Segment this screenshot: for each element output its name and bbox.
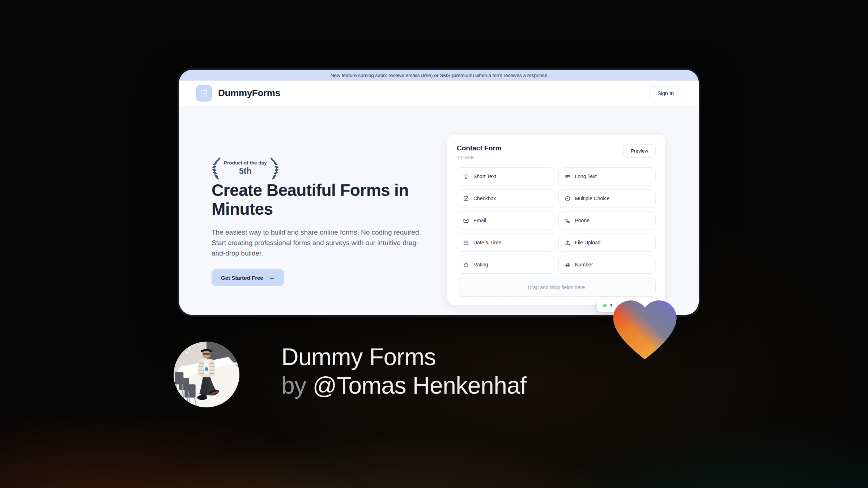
field-tile-multiple-choice[interactable]: Multiple Choice xyxy=(558,189,656,207)
status-dot xyxy=(603,304,607,307)
field-tile-number[interactable]: Number xyxy=(558,256,656,274)
caption-product-name: Dummy Forms xyxy=(281,343,527,371)
short-text-icon xyxy=(463,174,469,180)
caption-byline-prefix: by xyxy=(281,372,306,399)
field-tile-long-text[interactable]: Long Text xyxy=(558,167,656,185)
laurel-right-icon xyxy=(269,157,280,180)
announcement-banner: New feature coming soon: receive emails … xyxy=(179,70,699,81)
form-field-count: 10 fields xyxy=(457,155,502,160)
caption-author-handle: @Tomas Henkenhaf xyxy=(313,372,527,399)
upload-icon xyxy=(565,240,571,246)
field-tile-checkbox[interactable]: Checkbox xyxy=(457,189,554,207)
long-text-icon xyxy=(565,174,571,180)
preview-button[interactable]: Preview xyxy=(623,144,656,158)
star-icon xyxy=(463,262,469,268)
field-tile-date-time[interactable]: Date & Time xyxy=(457,234,554,252)
gradient-heart-icon xyxy=(608,294,681,362)
badge-rank: 5th xyxy=(224,166,267,176)
app-header: DummyForms Sign In xyxy=(179,81,699,106)
field-tile-short-text[interactable]: Short Text xyxy=(457,167,554,185)
app-window: New feature coming soon: receive emails … xyxy=(177,68,701,317)
get-started-button[interactable]: Get Started Free → xyxy=(212,269,284,286)
drag-drop-label: Drag and drop fields here xyxy=(528,284,585,290)
announcement-text: New feature coming soon: receive emails … xyxy=(331,73,547,78)
get-started-label: Get Started Free xyxy=(221,275,263,281)
envelope-icon xyxy=(463,218,469,224)
author-avatar-illustration xyxy=(174,342,239,407)
field-tile-rating[interactable]: Rating xyxy=(457,256,554,274)
field-type-grid: Short Text Long Text Checkbox xyxy=(457,167,656,274)
arrow-right-icon: → xyxy=(269,274,275,281)
badge-line-1: Product of the day xyxy=(224,160,267,166)
field-tile-phone[interactable]: Phone xyxy=(558,211,656,230)
hero-section: Product of the day 5th xyxy=(179,106,699,317)
hash-icon xyxy=(565,262,571,268)
author-avatar xyxy=(174,342,239,407)
laurel-left-icon xyxy=(211,157,222,180)
product-of-the-day-badge: Product of the day 5th xyxy=(211,157,280,180)
calendar-icon xyxy=(463,240,469,246)
author-caption: Dummy Forms by @Tomas Henkenhaf xyxy=(281,343,527,400)
promo-canvas: New feature coming soon: receive emails … xyxy=(0,0,868,488)
field-tile-file-upload[interactable]: File Upload xyxy=(558,234,656,252)
checkbox-icon xyxy=(463,196,469,202)
page-title: Create Beautiful Forms in Minutes xyxy=(212,181,429,218)
brand-title: DummyForms xyxy=(218,87,280,99)
radio-circle-icon xyxy=(565,196,571,202)
phone-icon xyxy=(565,218,571,224)
form-builder-card: Contact Form 10 fields Preview Short Tex… xyxy=(447,135,665,305)
form-title: Contact Form xyxy=(457,144,502,152)
sign-in-button[interactable]: Sign In xyxy=(649,86,682,100)
hero-description: The easiest way to build and share onlin… xyxy=(212,227,424,259)
field-tile-email[interactable]: Email xyxy=(457,211,554,230)
dashed-select-cursor-icon xyxy=(196,85,212,102)
